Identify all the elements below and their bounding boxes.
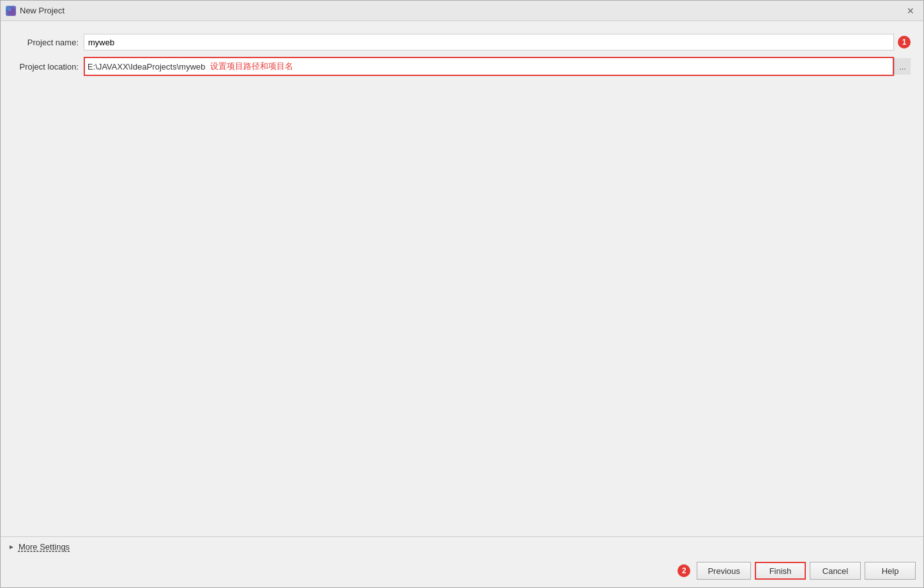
badge-2: 2 bbox=[678, 564, 690, 577]
window-title: New Project bbox=[20, 6, 64, 15]
content-area: Project name: 1 Project location: E:\JAV… bbox=[1, 21, 923, 285]
project-name-label: Project name: bbox=[13, 38, 84, 47]
more-settings-label: More Settings bbox=[19, 542, 70, 552]
more-settings-arrow-icon: ► bbox=[8, 543, 15, 550]
button-bar: 2 Previous Finish Cancel Help bbox=[1, 557, 923, 587]
new-project-window: New Project ✕ Project name: 1 Project lo… bbox=[0, 0, 924, 588]
project-location-hint: 设置项目路径和项目名 bbox=[208, 58, 893, 75]
more-settings-section[interactable]: ► More Settings bbox=[1, 537, 923, 557]
cancel-button[interactable]: Cancel bbox=[810, 562, 861, 580]
help-button[interactable]: Help bbox=[865, 562, 916, 580]
close-button[interactable]: ✕ bbox=[903, 3, 918, 19]
project-location-label: Project location: bbox=[13, 62, 84, 72]
title-bar: New Project ✕ bbox=[1, 1, 923, 21]
browse-button[interactable]: ... bbox=[894, 58, 911, 75]
project-name-input-wrap bbox=[84, 34, 894, 50]
title-bar-left: New Project bbox=[6, 6, 64, 16]
bottom-area: ► More Settings 2 Previous Finish Cancel… bbox=[1, 536, 923, 587]
spacer bbox=[1, 285, 923, 537]
project-location-row: Project location: E:\JAVAXX\IdeaProjects… bbox=[13, 57, 911, 76]
project-name-input[interactable] bbox=[84, 34, 894, 50]
project-location-text: E:\JAVAXX\IdeaProjects\myweb bbox=[85, 58, 208, 75]
app-icon bbox=[6, 6, 16, 16]
project-location-outer: E:\JAVAXX\IdeaProjects\myweb 设置项目路径和项目名 … bbox=[84, 57, 911, 76]
finish-button[interactable]: Finish bbox=[755, 562, 806, 580]
svg-point-1 bbox=[8, 8, 11, 11]
previous-button[interactable]: Previous bbox=[697, 562, 751, 580]
project-name-row: Project name: 1 bbox=[13, 34, 911, 50]
project-location-field-wrapper: E:\JAVAXX\IdeaProjects\myweb 设置项目路径和项目名 bbox=[84, 57, 894, 76]
badge-1: 1 bbox=[898, 36, 911, 49]
